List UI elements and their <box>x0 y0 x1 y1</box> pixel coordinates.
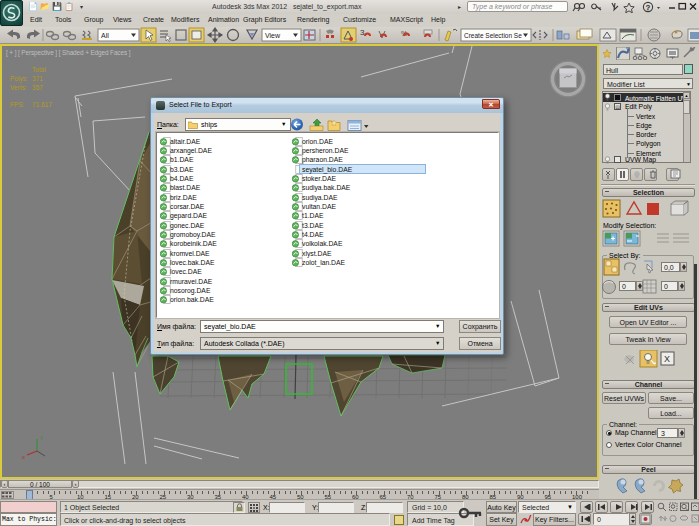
svg-text:y: y <box>40 434 43 440</box>
svg-text:All: All <box>101 32 109 39</box>
svg-text:x: x <box>22 454 25 460</box>
svg-text:?: ? <box>646 4 650 11</box>
svg-text:X: X <box>664 354 670 364</box>
svg-text:View: View <box>265 32 281 39</box>
svg-text:Create Selection Se: Create Selection Se <box>464 32 522 39</box>
